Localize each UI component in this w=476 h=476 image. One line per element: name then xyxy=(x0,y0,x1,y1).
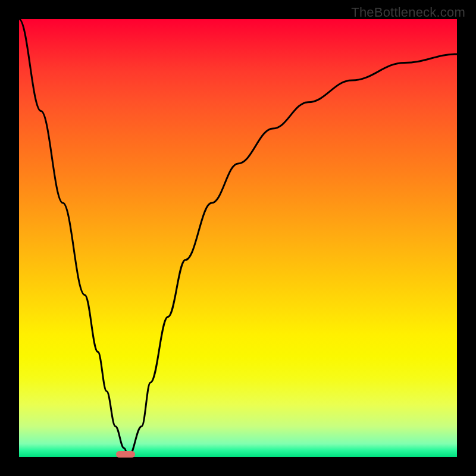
minimum-marker xyxy=(116,451,135,458)
watermark-text: TheBottleneck.com xyxy=(351,5,465,20)
bottleneck-curve xyxy=(19,19,457,457)
plot-area xyxy=(19,19,457,457)
chart-frame: TheBottleneck.com xyxy=(0,0,476,476)
